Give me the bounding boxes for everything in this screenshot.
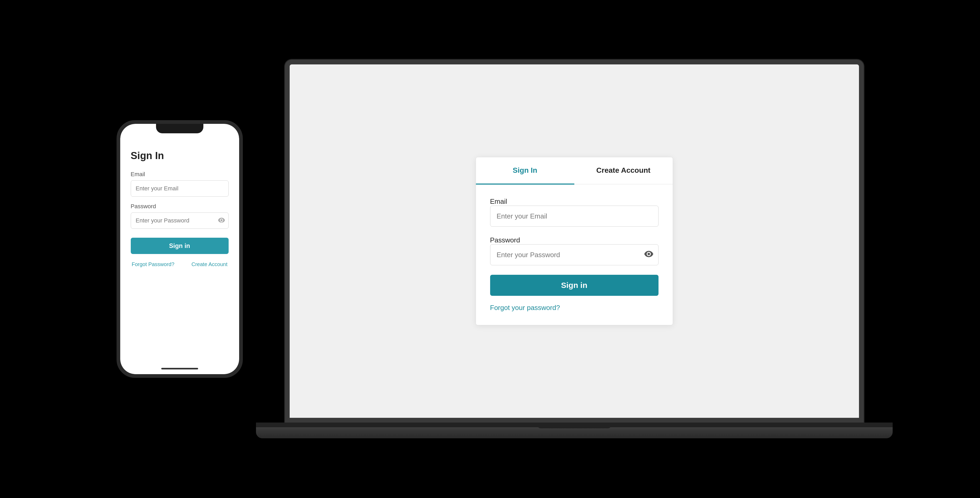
phone-home-indicator [161,368,198,370]
phone-password-input[interactable] [131,213,229,229]
phone-links: Forgot Password? Create Account [131,262,229,267]
laptop-eye-icon[interactable] [644,251,653,259]
auth-card: Sign In Create Account Email Password [476,157,673,325]
auth-form: Email Password [476,184,673,325]
laptop-password-label: Password [490,236,520,244]
phone-eye-icon[interactable] [218,217,225,224]
laptop-hinge [256,422,892,427]
phone-password-field-wrap [131,213,229,229]
phone-notch [156,124,204,133]
phone-email-label: Email [131,171,229,178]
laptop-email-input[interactable] [490,206,659,227]
laptop-screen-outer: Sign In Create Account Email Password [285,60,864,422]
tab-signin[interactable]: Sign In [476,157,574,185]
laptop-base [256,422,892,438]
phone-screen: Sign In Email Password Sign in Forgot Pa… [120,124,239,374]
tab-create-account[interactable]: Create Account [574,157,673,185]
laptop-email-field-wrap [490,206,659,227]
phone-email-field-wrap [131,180,229,197]
laptop-password-field-wrap [490,244,659,265]
laptop-forgot-link[interactable]: Forgot your password? [490,304,560,312]
laptop-screen: Sign In Create Account Email Password [290,64,859,418]
phone-email-input[interactable] [131,180,229,197]
laptop-email-label: Email [490,197,507,205]
phone-device: Sign In Email Password Sign in Forgot Pa… [116,120,243,378]
phone-create-link[interactable]: Create Account [191,262,228,267]
laptop-device: Sign In Create Account Email Password [285,60,864,438]
phone-forgot-link[interactable]: Forgot Password? [132,262,174,267]
laptop-signin-button[interactable]: Sign in [490,275,659,296]
phone-page-title: Sign In [131,150,229,162]
phone-signin-button[interactable]: Sign in [131,238,229,254]
laptop-password-input[interactable] [490,244,659,265]
scene: Sign In Email Password Sign in Forgot Pa… [0,0,980,498]
phone-password-label: Password [131,203,229,210]
auth-tabs: Sign In Create Account [476,157,673,185]
